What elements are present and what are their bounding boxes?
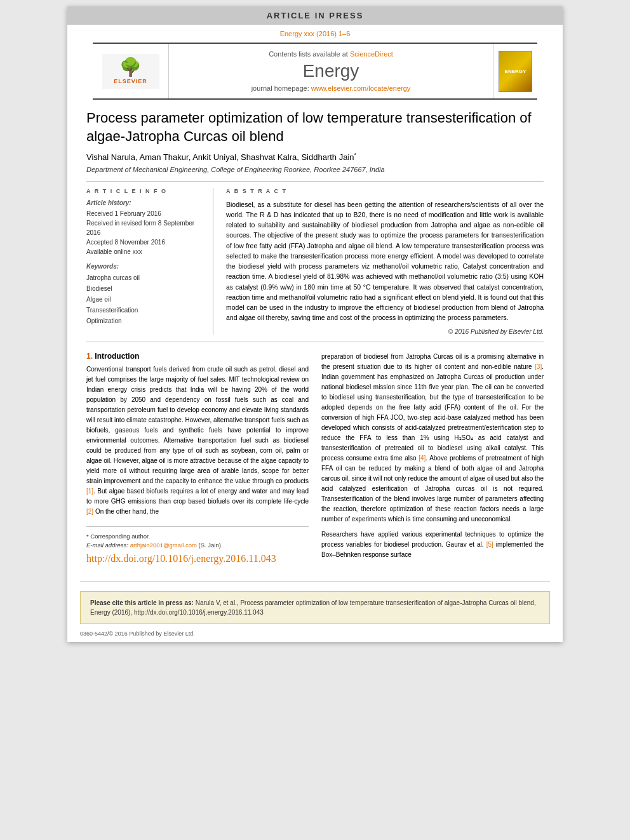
ref-4[interactable]: [4]	[419, 455, 426, 462]
ref-5[interactable]: [5]	[486, 541, 493, 548]
energy-logo-text: ENERGY	[505, 69, 526, 74]
citation-label: Please cite this article in press as:	[90, 599, 194, 606]
keywords-label: Keywords:	[86, 263, 203, 270]
ref-3[interactable]: [3]	[535, 363, 542, 370]
info-abstract-section: A R T I C L E I N F O Article history: R…	[86, 181, 544, 342]
keyword-2: Biodiesel	[86, 283, 203, 294]
corresponding-marker: *	[354, 152, 357, 158]
journal-header: 🌳 ELSEVIER Contents lists available at S…	[93, 43, 537, 100]
article-info-column: A R T I C L E I N F O Article history: R…	[86, 188, 213, 335]
authors-line: Vishal Narula, Aman Thakur, Ankit Uniyal…	[86, 152, 544, 162]
abstract-text: Biodiesel, as a substitute for diesel ha…	[226, 199, 544, 323]
intro-right-para-2: Researchers have applied various experim…	[321, 530, 544, 560]
available-online: Available online xxx	[86, 247, 203, 257]
homepage-line: journal homepage: www.elsevier.com/locat…	[251, 84, 411, 92]
copyright-line: © 2016 Published by Elsevier Ltd.	[226, 328, 544, 335]
body-right-column: preparation of biodiesel from Jatropha C…	[321, 352, 544, 565]
elsevier-logo: 🌳 ELSEVIER	[93, 44, 169, 98]
main-content: Process parameter optimization of low te…	[67, 109, 563, 578]
energy-logo-box: ENERGY	[499, 51, 532, 92]
journal-center: Contents lists available at ScienceDirec…	[169, 44, 493, 98]
intro-right-para-1: preparation of biodiesel from Jatropha C…	[321, 352, 544, 524]
accepted-date: Accepted 8 November 2016	[86, 237, 203, 247]
keyword-1: Jatropha curcas oil	[86, 272, 203, 283]
footnote-area: * Corresponding author. E-mail address: …	[86, 526, 309, 565]
elsevier-tree-icon: 🌳	[119, 58, 142, 76]
affiliation: Department of Mechanical Engineering, Co…	[86, 166, 544, 173]
citation-text: Please cite this article in press as: Na…	[90, 598, 540, 617]
sciencedirect-link[interactable]: ScienceDirect	[350, 50, 393, 58]
abstract-column: A B S T R A C T Biodiesel, as a substitu…	[226, 188, 544, 335]
keyword-4: Transesterification	[86, 305, 203, 316]
article-title: Process parameter optimization of low te…	[86, 109, 544, 145]
intro-heading-num: 1.	[86, 352, 93, 361]
received-date: Received 1 February 2016	[86, 209, 203, 218]
email-line: E-mail address: arthjain2001@gmail.com (…	[86, 541, 309, 550]
article-body: 1. Introduction Conventional transport f…	[86, 352, 544, 565]
elsevier-name: ELSEVIER	[114, 78, 147, 84]
issn-line: 0360-5442/© 2016 Published by Elsevier L…	[80, 630, 550, 637]
history-label: Article history:	[86, 199, 203, 206]
article-info-label: A R T I C L E I N F O	[86, 188, 203, 194]
page: ARTICLE IN PRESS Energy xxx (2016) 1–6 🌳…	[67, 6, 563, 642]
banner-text: ARTICLE IN PRESS	[267, 11, 364, 20]
doi-footnote-link[interactable]: http://dx.doi.org/10.1016/j.energy.2016.…	[86, 553, 276, 564]
doi-line: Energy xxx (2016) 1–6	[67, 30, 563, 37]
ref-2[interactable]: [2]	[86, 508, 93, 515]
sciencedirect-prefix: Contents lists available at	[269, 50, 348, 58]
body-left-column: 1. Introduction Conventional transport f…	[86, 352, 309, 565]
intro-left-para-1: Conventional transport fuels derived fro…	[86, 364, 309, 517]
received-revised: Received in revised form 8 September 201…	[86, 218, 203, 237]
article-in-press-banner: ARTICLE IN PRESS	[67, 6, 563, 25]
citation-box: Please cite this article in press as: Na…	[80, 591, 550, 624]
homepage-link[interactable]: www.elsevier.com/locate/energy	[311, 84, 411, 92]
homepage-prefix: journal homepage:	[251, 84, 309, 92]
intro-heading: 1. Introduction	[86, 352, 309, 361]
email-label: E-mail address:	[86, 542, 128, 549]
ref-1[interactable]: [1]	[86, 488, 93, 495]
sciencedirect-line: Contents lists available at ScienceDirec…	[269, 50, 393, 58]
keyword-3: Algae oil	[86, 294, 203, 305]
email-link[interactable]: arthjain2001@gmail.com	[130, 542, 197, 549]
authors-text: Vishal Narula, Aman Thakur, Ankit Uniyal…	[86, 153, 354, 163]
journal-logo-right: ENERGY	[493, 44, 537, 98]
doi-text: Energy xxx (2016) 1–6	[280, 30, 351, 37]
corresponding-author-note: * Corresponding author.	[86, 532, 309, 541]
journal-title: Energy	[303, 61, 359, 81]
email-suffix: (S. Jain).	[199, 542, 223, 549]
keywords-section: Keywords: Jatropha curcas oil Biodiesel …	[86, 263, 203, 326]
intro-heading-text: Introduction	[95, 352, 139, 361]
bottom-divider	[80, 581, 550, 582]
abstract-label: A B S T R A C T	[226, 188, 544, 194]
keyword-5: Optimization	[86, 316, 203, 326]
